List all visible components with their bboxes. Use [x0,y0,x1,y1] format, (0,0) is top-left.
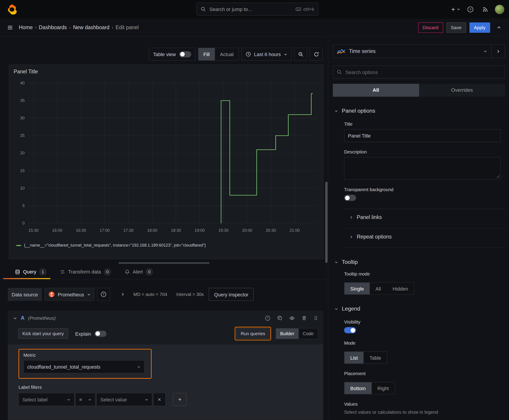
legend-placement-right[interactable]: Right [372,382,395,394]
repeat-options-label: Repeat options [357,234,392,240]
run-queries-button[interactable]: Run queries [236,329,270,339]
legend-mode-list[interactable]: List [344,352,364,363]
breadcrumb-separator-icon: › [34,25,38,30]
select-value-placeholder: Select value [100,397,127,402]
tooltip-mode-hidden[interactable]: Hidden [387,283,414,294]
breadcrumb-home[interactable]: Home [17,24,34,30]
legend-values-help: Select values or calculations to show in… [344,409,505,415]
chevron-right-icon [121,292,125,296]
viz-suggestions-button[interactable] [491,45,505,58]
help-icon: ? [100,292,106,297]
legend-section-header[interactable]: Legend [334,306,505,312]
breadcrumb-new-dashboard[interactable]: New dashboard [72,24,111,30]
select-value-dropdown[interactable]: Select value [97,393,152,406]
editor-scrollbar[interactable] [325,182,327,263]
select-label-dropdown[interactable]: Select label [18,393,74,406]
options-search[interactable] [333,66,505,79]
timeseries-viz-icon [337,48,345,54]
panel-actions: Discard Save Apply [418,22,504,33]
mega-menu-button[interactable] [5,22,15,33]
query-row-header[interactable]: A (Prometheus) ? [8,310,323,326]
query-inspector-button[interactable]: Query inspector [209,288,254,301]
select-label-placeholder: Select label [23,397,48,402]
run-queries-highlight: Run queries [235,327,271,341]
legend-series-label[interactable]: {__name__="cloudflared_tunnel_total_requ… [24,243,206,248]
table-view-toggle[interactable] [179,51,191,57]
query-help-button[interactable]: ? [265,315,270,321]
tooltip-mode-single[interactable]: Single [344,283,370,294]
visualization-select[interactable]: Time series [333,45,491,58]
divider [344,228,505,228]
explain-toggle[interactable] [94,330,106,337]
refresh-button[interactable] [310,48,323,61]
svg-text:40: 40 [20,81,25,85]
tooltip-mode-all[interactable]: All [370,283,387,294]
tab-transform[interactable]: Transform data 0 [58,264,113,279]
fill-option[interactable]: Fill [198,48,215,60]
grafana-logo-icon[interactable] [7,3,18,15]
apply-button[interactable]: Apply [469,22,490,32]
legend-mode-table[interactable]: Table [364,352,387,363]
resize-corner-icon[interactable] [496,175,500,178]
legend-mode-field: Mode [344,340,505,345]
builder-option[interactable]: Builder [276,329,298,339]
grafana-edit-panel-page: ctrl+k ? [0,0,509,420]
query-toolbar: Kick start your query Explain Run querie… [8,326,323,344]
eye-icon [289,315,295,321]
tab-alert-label: Alert [133,269,143,275]
description-input[interactable] [344,157,501,180]
legend-visibility-toggle[interactable] [344,327,356,333]
discard-button[interactable]: Discard [418,22,443,32]
collapse-toolbar-button[interactable] [494,22,504,33]
new-button[interactable] [450,4,461,15]
datasource-help-button[interactable]: ? [97,288,110,301]
transparent-background-toggle[interactable] [344,195,356,201]
tab-overrides[interactable]: Overrides [419,84,505,97]
chevron-down-icon[interactable] [13,316,17,320]
divider [344,209,505,209]
chevron-down-icon [284,52,287,56]
add-filter-button[interactable] [173,393,187,406]
svg-text:17:00: 17:00 [100,228,110,233]
copy-icon [277,315,282,321]
tooltip-section-header[interactable]: Tooltip [334,259,505,265]
news-button[interactable] [480,4,491,15]
panel-resize-handle[interactable] [119,262,209,264]
panel-title-input[interactable] [344,129,501,142]
help-button[interactable]: ? [465,4,476,15]
zoom-out-time-button[interactable] [294,48,307,61]
timeseries-chart[interactable]: 051015202530354015:3016:0016:3017:0017:3… [12,76,321,242]
query-options-summary[interactable]: MD = auto = 704 Interval = 30s [133,292,204,297]
legend-placement-bottom[interactable]: Bottom [344,382,372,394]
actual-option[interactable]: Actual [215,48,239,60]
time-range-picker[interactable]: Last 6 hours [242,48,291,61]
hide-query-button[interactable] [289,315,295,321]
global-search-input[interactable] [209,6,292,12]
svg-text:25: 25 [20,133,25,138]
code-option[interactable]: Code [298,329,318,339]
drag-query-handle[interactable] [313,315,318,321]
options-search-input[interactable] [345,69,501,75]
query-options-expand-button[interactable] [117,289,128,300]
global-search[interactable]: ctrl+k [196,3,319,16]
kick-start-query-button[interactable]: Kick start your query [18,329,68,339]
remove-filter-button[interactable] [153,393,166,406]
panel-links-section[interactable]: Panel links [349,215,505,220]
legend-placement-group: Bottom Right [344,382,395,394]
tab-all-options[interactable]: All [333,84,419,97]
repeat-options-section[interactable]: Repeat options [349,234,505,240]
tab-alert[interactable]: Alert 0 [123,264,155,279]
datasource-picker[interactable]: Prometheus [45,288,94,301]
database-icon [15,269,20,274]
operator-dropdown[interactable]: = [76,393,96,406]
save-button[interactable]: Save [446,22,466,32]
breadcrumb-dashboards[interactable]: Dashboards [38,24,68,30]
tab-query[interactable]: Query 1 [13,264,48,279]
explain-control: Explain [75,330,106,337]
datasource-row: Data source Prometheus ? [8,288,323,301]
duplicate-query-button[interactable] [277,315,282,321]
panel-options-section-header[interactable]: Panel options [334,108,505,114]
delete-query-button[interactable] [302,315,307,321]
user-avatar[interactable] [495,5,504,14]
metric-select[interactable]: cloudflared_tunnel_total_requests [23,360,144,373]
